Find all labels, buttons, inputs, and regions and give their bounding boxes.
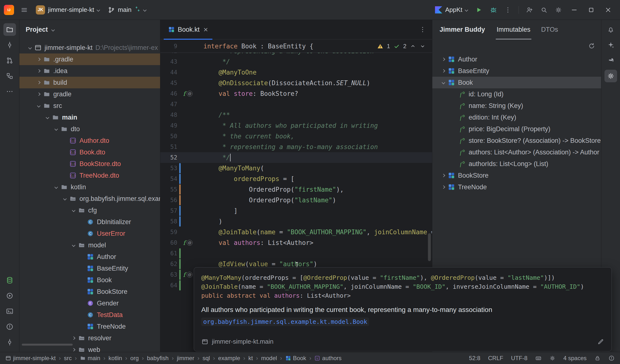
project-tree-item-kotlin[interactable]: kotlin — [19, 181, 160, 193]
code-line-45[interactable]: 45 @OnDissociate(DissociateAction.SET_NU… — [160, 78, 432, 88]
project-widget[interactable]: JK jimmer-simple-kt — [32, 3, 103, 16]
breadcrumb-jimmer-simple-kt[interactable]: jimmer-simple-kt — [5, 355, 56, 362]
code-line-44[interactable]: 44 @ManyToOne — [160, 67, 432, 78]
project-tree-item-jimmer-simple-kt[interactable]: jimmer-simple-ktD:\Projects\jimmer-ex — [19, 42, 160, 53]
project-tree-item-Book[interactable]: Book — [19, 274, 160, 286]
project-tree-item-TreeNode[interactable]: TreeNode — [19, 321, 160, 332]
breadcrumb-kt[interactable]: kt — [248, 355, 253, 362]
immutable-tree-item-name[interactable]: fname: String (Key) — [432, 100, 601, 112]
tool-button-version-control[interactable] — [3, 336, 16, 349]
settings-button[interactable] — [552, 3, 565, 17]
vcs-branch-widget[interactable]: main — [104, 4, 149, 16]
tool-button-pull-requests[interactable] — [3, 54, 16, 67]
next-problem-icon[interactable] — [419, 43, 426, 49]
breadcrumb-main[interactable]: main — [80, 355, 100, 362]
code-line-53[interactable]: 53 @ManyToMany( — [160, 163, 432, 174]
input-method-icon[interactable] — [535, 355, 542, 361]
immutable-tree-item-edition[interactable]: fedition: Int (Key) — [432, 112, 601, 123]
breadcrumb-Book[interactable]: Book — [285, 355, 306, 362]
immutable-tree-item-Author[interactable]: Author — [432, 53, 601, 65]
immutable-tree-item-BaseEntity[interactable]: BaseEntity — [432, 65, 601, 77]
project-tree-item-model[interactable]: model — [19, 239, 160, 251]
code-line-47[interactable]: 47 — [160, 99, 432, 110]
file-encoding[interactable]: UTF-8 — [511, 355, 527, 362]
project-tree-item-Author[interactable]: Author — [19, 251, 160, 263]
tab-immutables[interactable]: Immutables — [497, 20, 531, 39]
tool-button-database[interactable] — [3, 274, 16, 287]
breadcrumb-authors[interactable]: Vauthors — [314, 355, 341, 362]
tab-dtos[interactable]: DTOs — [541, 20, 558, 39]
close-tab-icon[interactable]: × — [203, 26, 208, 33]
popup-class-link[interactable]: org.babyfish.jimmer.sql.example.kt.model… — [201, 318, 369, 326]
project-tree-item-cfg[interactable]: cfg — [19, 205, 160, 216]
project-tree-item-org.babyfish.jimmer.sql.example.kt[interactable]: org.babyfish.jimmer.sql.example.kt — [19, 193, 160, 205]
project-tree-item-main[interactable]: main — [19, 112, 160, 123]
minimize-button[interactable] — [566, 3, 582, 17]
tool-button-project[interactable] — [3, 23, 16, 36]
tool-button-services[interactable] — [3, 289, 16, 302]
chevron-expanded-icon[interactable] — [54, 127, 58, 131]
project-tree-item-src[interactable]: src — [19, 100, 160, 112]
search-everywhere-button[interactable] — [537, 3, 551, 17]
chevron-collapsed-icon[interactable] — [37, 58, 40, 61]
project-tree-item-TreeNode.dto[interactable]: {;}TreeNode.dto — [19, 170, 160, 181]
more-actions-button[interactable] — [501, 3, 515, 17]
chevron-expanded-icon[interactable] — [442, 81, 445, 84]
chevron-collapsed-icon[interactable] — [37, 69, 40, 73]
breadcrumb-jimmer[interactable]: jimmer — [177, 355, 194, 362]
close-button[interactable] — [600, 3, 616, 17]
project-tree-item-TestData[interactable]: CTestData — [19, 309, 160, 321]
editor-scrollbar[interactable] — [428, 233, 431, 261]
code-line-50[interactable]: 50 * the current book, — [160, 131, 432, 142]
project-tree-item-Author.dto[interactable]: {;}Author.dto — [19, 135, 160, 146]
breadcrumb-org[interactable]: org — [130, 355, 139, 362]
inspections-widget[interactable]: 1 2 — [377, 43, 426, 50]
lock-icon[interactable] — [594, 355, 601, 361]
tool-button-structure[interactable] — [3, 70, 16, 82]
line-separator[interactable]: CRLF — [488, 355, 503, 362]
code-line-55[interactable]: 55 OrderedProp("firstName"), — [160, 184, 432, 195]
caret-position[interactable]: 52:8 — [469, 355, 480, 362]
debug-button[interactable] — [487, 3, 500, 17]
notifications-status-icon[interactable] — [608, 355, 615, 361]
breadcrumb-babyfish[interactable]: babyfish — [147, 355, 169, 362]
code-line-58[interactable]: 58 ) — [160, 216, 432, 227]
prev-problem-icon[interactable] — [410, 43, 416, 49]
immutable-tree-item-price[interactable]: fprice: BigDecimal (Property) — [432, 123, 601, 135]
code-line-57[interactable]: 57 ] — [160, 205, 432, 216]
chevron-collapsed-icon[interactable] — [442, 58, 445, 61]
chevron-collapsed-icon[interactable] — [37, 81, 40, 84]
chevron-expanded-icon[interactable] — [72, 209, 75, 212]
code-line-61[interactable]: 61 — [160, 248, 432, 259]
tool-button-notifications[interactable] — [604, 23, 617, 36]
project-tree-item-BaseEntity[interactable]: BaseEntity — [19, 263, 160, 274]
tool-button-jimmer-buddy[interactable] — [604, 70, 617, 82]
gutter-property-icon[interactable]: f@ — [183, 88, 193, 99]
breadcrumb-example[interactable]: example — [218, 355, 240, 362]
immutable-tree-item-authors[interactable]: fauthors: List<Author> (Association) -> … — [432, 146, 601, 158]
gutter-property-icon[interactable]: f@ — [183, 237, 193, 248]
chevron-collapsed-icon[interactable] — [37, 92, 40, 96]
immutable-tree-item-TreeNode[interactable]: TreeNode — [432, 181, 601, 193]
code-line-51[interactable]: 51 * representing a many-to-many associa… — [160, 142, 432, 152]
project-tree-item-.idea[interactable]: .idea — [19, 65, 160, 77]
project-panel-header[interactable]: Project — [19, 20, 160, 39]
chevron-collapsed-icon[interactable] — [442, 69, 445, 73]
gutter-property-icon[interactable]: f@ — [183, 269, 193, 280]
project-tree-item-gradle[interactable]: gradle — [19, 88, 160, 100]
code-with-me-button[interactable] — [523, 3, 536, 17]
chevron-expanded-icon[interactable] — [37, 104, 40, 107]
code-line-49[interactable]: 49 * All authors who participated in wri… — [160, 120, 432, 131]
chevron-collapsed-icon[interactable] — [442, 174, 445, 177]
breadcrumb-sql[interactable]: sql — [202, 355, 210, 362]
code-line-46[interactable]: 46f@ val store: BookStore? — [160, 88, 432, 99]
breadcrumb-model[interactable]: model — [261, 355, 277, 362]
chevron-expanded-icon[interactable] — [54, 185, 58, 189]
immutable-tree-item-authorIds[interactable]: fauthorIds: List<Long> (List) — [432, 158, 601, 170]
tab-options-icon[interactable] — [419, 26, 426, 33]
sticky-header-line[interactable]: 9 interface Book : BaseEntity { 1 2 — [160, 40, 432, 53]
code-line-43[interactable]: 43 */ — [160, 56, 432, 67]
tool-button-terminal[interactable] — [3, 305, 16, 318]
code-line-60[interactable]: 60f@ val authors: List<Author> — [160, 237, 432, 248]
chevron-expanded-icon[interactable] — [72, 243, 75, 247]
